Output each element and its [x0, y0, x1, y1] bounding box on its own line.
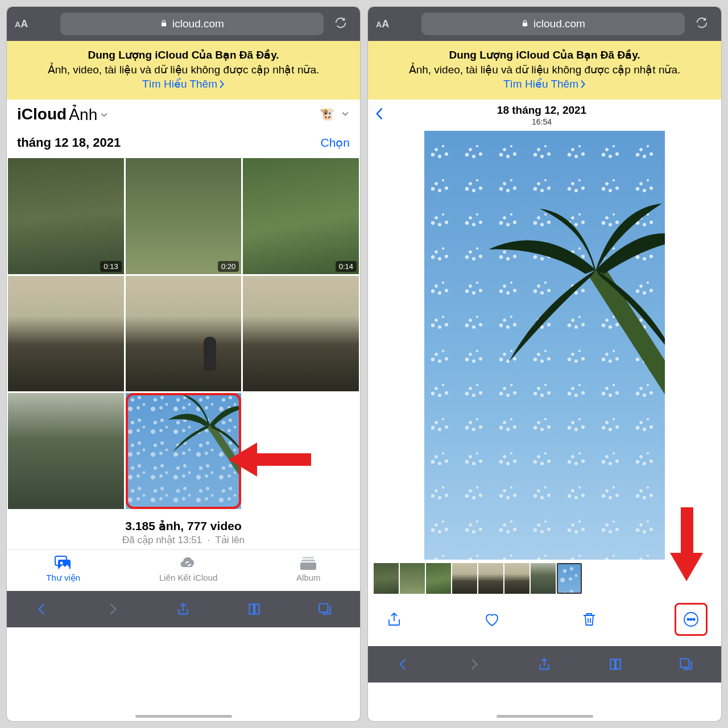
duration-badge: 0:13: [100, 261, 121, 272]
library-counts: 3.185 ảnh, 777 video Đã cập nhật 13:51 ·…: [7, 509, 360, 549]
selection-highlight: [675, 603, 708, 636]
photo-thumb-empty: [243, 393, 359, 509]
phone-right: AA icloud.com Dung Lượng iCloud Của Bạn …: [368, 7, 721, 721]
banner-title: Dung Lượng iCloud Của Bạn Đã Đầy.: [379, 48, 710, 63]
tabs-button[interactable]: [313, 598, 336, 621]
lock-icon: [160, 18, 168, 30]
photo-thumb[interactable]: [8, 276, 124, 392]
banner-body: Ảnh, video, tài liệu và dữ liệu không đư…: [379, 63, 710, 77]
svg-rect-6: [300, 562, 316, 570]
safari-toolbar: [368, 646, 721, 682]
learn-more-link[interactable]: Tìm Hiểu Thêm: [142, 77, 225, 92]
palm-tree-icon: [154, 393, 241, 480]
filmstrip-thumb-current[interactable]: [557, 563, 582, 594]
library-title-dropdown[interactable]: iCloud Ảnh: [17, 105, 109, 124]
photo-thumb[interactable]: [126, 393, 242, 509]
sync-status: Đã cập nhật 13:51 · Tải lên: [13, 534, 354, 546]
filmstrip-thumb[interactable]: [374, 563, 399, 594]
url-text: icloud.com: [533, 18, 585, 30]
tabs-button[interactable]: [675, 653, 697, 676]
safari-url-bar: AA icloud.com: [7, 7, 360, 41]
chevron-down-icon: [100, 105, 109, 123]
photo-thumb[interactable]: 0:20: [126, 158, 242, 274]
tab-library[interactable]: Thư viện: [46, 556, 80, 583]
tab-albums[interactable]: Album: [296, 556, 321, 583]
photo-thumb[interactable]: [126, 276, 242, 392]
phone-left: AA icloud.com Dung Lượng iCloud Của Bạn …: [7, 7, 360, 721]
svg-point-3: [60, 561, 63, 564]
photo-thumb[interactable]: 0:13: [8, 158, 124, 274]
safari-url-bar: AA icloud.com: [368, 7, 721, 41]
date-heading: tháng 12 18, 2021: [17, 135, 121, 150]
svg-rect-13: [680, 659, 689, 667]
nav-forward-button[interactable]: [462, 653, 485, 676]
avatar-icon: 🐮: [320, 107, 335, 122]
photo-action-bar: [368, 595, 721, 646]
filmstrip-thumb[interactable]: [478, 563, 503, 594]
storage-full-banner: Dung Lượng iCloud Của Bạn Đã Đầy. Ảnh, v…: [368, 41, 721, 100]
photo-thumb[interactable]: [243, 276, 359, 392]
storage-full-banner: Dung Lượng iCloud Của Bạn Đã Đầy. Ảnh, v…: [7, 41, 360, 100]
filmstrip-thumb[interactable]: [426, 563, 451, 594]
svg-point-12: [693, 618, 694, 620]
photo-viewer[interactable]: [424, 131, 664, 560]
palm-tree-icon: [483, 182, 665, 439]
filmstrip-thumb[interactable]: [531, 563, 556, 594]
filmstrip-thumb[interactable]: [452, 563, 477, 594]
bottom-tab-bar: Thư viện Liên Kết iCloud Album: [7, 549, 360, 591]
url-field[interactable]: icloud.com: [421, 13, 685, 35]
photo-grid: 0:13 0:20 0:14: [7, 158, 360, 509]
filmstrip-thumb[interactable]: [504, 563, 530, 594]
select-button[interactable]: Chọn: [320, 136, 350, 150]
duration-badge: 0:20: [218, 261, 239, 272]
filmstrip-thumb[interactable]: [400, 563, 425, 594]
svg-rect-7: [319, 603, 328, 612]
url-text: icloud.com: [172, 18, 224, 30]
photo-detail-header: 18 tháng 12, 2021 16:54: [368, 100, 721, 131]
reload-button[interactable]: [329, 16, 352, 31]
share-button[interactable]: [172, 598, 195, 621]
photo-thumb[interactable]: [8, 393, 124, 509]
lock-icon: [521, 18, 529, 30]
photo-date: 18 tháng 12, 2021: [390, 104, 694, 117]
home-indicator: [497, 715, 593, 718]
reload-button[interactable]: [690, 16, 713, 31]
svg-rect-5: [301, 560, 315, 561]
svg-point-11: [690, 618, 692, 620]
duration-badge: 0:14: [336, 261, 357, 272]
svg-point-10: [687, 618, 689, 620]
more-button[interactable]: [679, 607, 704, 632]
bookmarks-button[interactable]: [243, 598, 266, 621]
app-header: iCloud Ảnh 🐮: [7, 100, 360, 130]
svg-rect-8: [681, 507, 693, 556]
reader-text-size-button[interactable]: AA: [376, 18, 416, 30]
banner-title: Dung Lượng iCloud Của Bạn Đã Đầy.: [18, 48, 349, 63]
bookmarks-button[interactable]: [604, 653, 627, 676]
safari-toolbar: [7, 591, 360, 627]
filmstrip: [368, 560, 721, 595]
counts-text: 3.185 ảnh, 777 video: [13, 519, 354, 533]
nav-forward-button[interactable]: [101, 598, 124, 621]
back-button[interactable]: [375, 107, 385, 123]
share-button[interactable]: [533, 653, 556, 676]
learn-more-link[interactable]: Tìm Hiểu Thêm: [503, 77, 586, 92]
home-indicator: [135, 715, 232, 718]
svg-rect-4: [303, 557, 314, 559]
photo-thumb[interactable]: 0:14: [243, 158, 359, 274]
date-header-row: tháng 12 18, 2021 Chọn: [7, 130, 360, 158]
chevron-down-icon: [341, 108, 350, 121]
share-button[interactable]: [382, 607, 407, 632]
banner-body: Ảnh, video, tài liệu và dữ liệu không đư…: [18, 63, 349, 77]
tab-icloud-links[interactable]: Liên Kết iCloud: [159, 556, 217, 583]
photo-time: 16:54: [390, 117, 694, 126]
url-field[interactable]: icloud.com: [60, 13, 324, 35]
nav-back-button[interactable]: [392, 653, 415, 676]
nav-back-button[interactable]: [31, 598, 53, 621]
delete-button[interactable]: [577, 607, 602, 632]
reader-text-size-button[interactable]: AA: [15, 18, 55, 30]
favorite-button[interactable]: [479, 607, 504, 632]
account-switcher[interactable]: 🐮: [320, 107, 350, 122]
